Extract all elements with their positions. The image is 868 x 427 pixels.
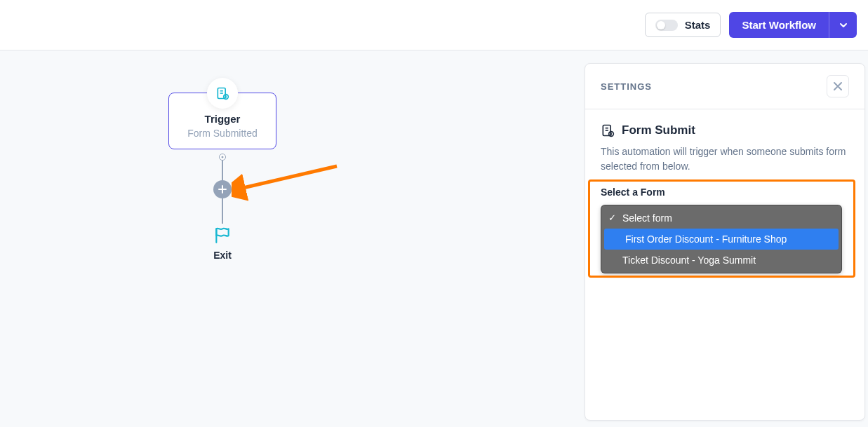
chevron-down-icon bbox=[839, 21, 848, 29]
start-workflow-dropdown-button[interactable] bbox=[829, 12, 857, 38]
plus-icon bbox=[218, 184, 227, 194]
section-title: Form Submit bbox=[622, 123, 695, 137]
exit-node-label: Exit bbox=[198, 250, 247, 261]
flag-icon bbox=[213, 226, 232, 244]
exit-node: Exit bbox=[198, 226, 247, 261]
section-title-row: Form Submit bbox=[601, 123, 849, 137]
trigger-node-icon-circle bbox=[207, 78, 238, 109]
dropdown-option-text: Ticket Discount - Yoga Summit bbox=[622, 255, 756, 266]
dropdown-option-text: First Order Discount - Furniture Shop bbox=[625, 233, 787, 245]
start-workflow-group: Start Workflow bbox=[729, 12, 857, 38]
top-header: Stats Start Workflow bbox=[0, 0, 868, 50]
dropdown-placeholder-text: Select form bbox=[622, 212, 672, 224]
form-icon bbox=[601, 123, 615, 137]
sidebar-header: SETTINGS bbox=[585, 64, 864, 109]
form-icon bbox=[215, 86, 229, 100]
annotation-arrow-icon bbox=[232, 159, 344, 208]
toggle-switch-icon bbox=[655, 20, 678, 31]
close-icon bbox=[833, 81, 843, 91]
stats-toggle-button[interactable]: Stats bbox=[645, 13, 721, 37]
start-workflow-button[interactable]: Start Workflow bbox=[729, 12, 829, 38]
settings-sidebar: SETTINGS Form Submit This automation wil… bbox=[585, 63, 865, 421]
sidebar-header-title: SETTINGS bbox=[601, 81, 652, 92]
dropdown-option[interactable]: First Order Discount - Furniture Shop bbox=[604, 229, 839, 250]
select-form-dropdown[interactable]: Select form First Order Discount - Furni… bbox=[601, 205, 842, 273]
dropdown-option[interactable]: Ticket Discount - Yoga Summit bbox=[601, 250, 841, 271]
close-sidebar-button[interactable] bbox=[827, 75, 849, 97]
dropdown-placeholder-item[interactable]: Select form bbox=[601, 208, 841, 229]
svg-line-4 bbox=[240, 166, 337, 189]
start-workflow-label: Start Workflow bbox=[742, 19, 816, 31]
trigger-node-subtitle: Form Submitted bbox=[176, 128, 269, 139]
trigger-node-title: Trigger bbox=[176, 113, 269, 125]
section-description: This automation will trigger when someon… bbox=[601, 144, 849, 174]
sidebar-body: Form Submit This automation will trigger… bbox=[585, 109, 864, 287]
select-form-label: Select a Form bbox=[601, 187, 849, 198]
stats-label: Stats bbox=[685, 19, 711, 31]
connector-line bbox=[222, 161, 223, 182]
trigger-node[interactable]: Trigger Form Submitted bbox=[168, 93, 276, 149]
connector-dot-icon bbox=[219, 154, 226, 161]
add-step-button[interactable] bbox=[213, 180, 232, 198]
connector-line bbox=[222, 198, 223, 224]
